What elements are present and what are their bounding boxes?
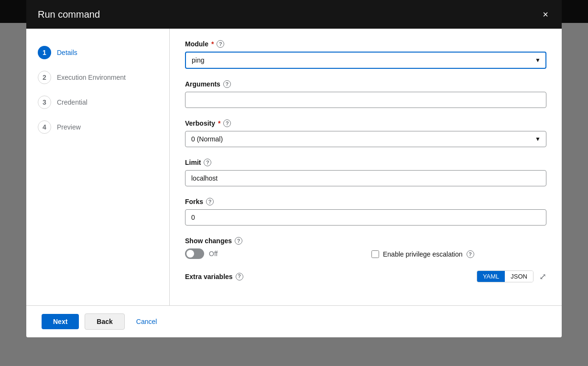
step-3-credential[interactable]: 3 Credential <box>26 90 169 115</box>
forks-field-group: Forks ? <box>185 198 546 226</box>
step-4-label: Preview <box>57 123 81 131</box>
extra-vars-help-icon[interactable]: ? <box>236 273 243 280</box>
step-1-details[interactable]: 1 Details <box>26 40 169 65</box>
main-form-content: Module * ? ping command shell ▼ Argument… <box>170 29 562 305</box>
show-changes-group: Show changes ? Off <box>185 237 360 259</box>
limit-input[interactable] <box>185 170 546 186</box>
module-label: Module * ? <box>185 40 546 48</box>
arguments-input[interactable] <box>185 92 546 108</box>
modal-close-button[interactable]: × <box>541 8 550 21</box>
enable-privilege-checkbox[interactable] <box>371 250 379 258</box>
next-button[interactable]: Next <box>42 314 79 329</box>
enable-privilege-help-icon[interactable]: ? <box>467 250 474 258</box>
verbosity-required-star: * <box>218 119 220 127</box>
extra-vars-label: Extra variables ? <box>185 273 243 280</box>
expand-extra-vars-icon[interactable]: ⤢ <box>539 271 546 282</box>
enable-privilege-label: Enable privilege escalation <box>383 250 463 258</box>
step-2-execution-env[interactable]: 2 Execution Environment <box>26 65 169 90</box>
verbosity-select-wrapper: 0 (Normal) 1 (Verbose) 2 (More Verbose) … <box>185 131 546 147</box>
module-select[interactable]: ping command shell <box>185 52 546 69</box>
verbosity-field-group: Verbosity * ? 0 (Normal) 1 (Verbose) 2 (… <box>185 119 546 147</box>
extra-vars-tab-group: YAML JSON <box>477 270 534 282</box>
limit-help-icon[interactable]: ? <box>204 159 211 166</box>
cancel-button[interactable]: Cancel <box>131 314 163 329</box>
module-select-wrapper: ping command shell ▼ <box>185 52 546 69</box>
extra-vars-controls: YAML JSON ⤢ <box>477 270 546 282</box>
modal-header: Run command × <box>26 0 562 29</box>
step-1-label: Details <box>57 49 77 56</box>
run-command-modal: Run command × 1 Details 2 Execution Envi… <box>26 0 562 337</box>
show-changes-help-icon[interactable]: ? <box>235 237 242 245</box>
forks-input[interactable] <box>185 209 546 226</box>
limit-field-group: Limit ? <box>185 159 546 186</box>
show-changes-off-label: Off <box>209 250 218 258</box>
modal-title: Run command <box>38 9 100 20</box>
verbosity-label: Verbosity * ? <box>185 119 546 127</box>
tab-yaml-button[interactable]: YAML <box>477 271 505 282</box>
enable-privilege-checkbox-wrapper: Enable privilege escalation ? <box>371 250 546 258</box>
arguments-help-icon[interactable]: ? <box>223 80 231 88</box>
tab-json-button[interactable]: JSON <box>505 271 533 282</box>
back-button[interactable]: Back <box>85 313 124 330</box>
arguments-label: Arguments ? <box>185 80 546 88</box>
show-changes-toggle[interactable] <box>185 248 204 259</box>
module-field-group: Module * ? ping command shell ▼ <box>185 40 546 69</box>
step-1-number: 1 <box>38 46 51 59</box>
toggle-knob <box>186 250 194 258</box>
limit-label: Limit ? <box>185 159 546 166</box>
extra-vars-group: Extra variables ? YAML JSON ⤢ <box>185 270 546 282</box>
show-changes-label: Show changes ? <box>185 237 360 245</box>
enable-privilege-group: Enable privilege escalation ? <box>371 237 546 258</box>
arguments-field-group: Arguments ? <box>185 80 546 108</box>
step-2-label: Execution Environment <box>57 74 126 81</box>
step-4-preview[interactable]: 4 Preview <box>26 115 169 140</box>
show-changes-privilege-row: Show changes ? Off Enable privil <box>185 237 546 259</box>
modal-footer: Next Back Cancel <box>26 305 562 337</box>
modal-body: 1 Details 2 Execution Environment 3 Cred… <box>26 29 562 305</box>
steps-sidebar: 1 Details 2 Execution Environment 3 Cred… <box>26 29 170 305</box>
show-changes-toggle-wrapper: Off <box>185 248 360 259</box>
step-2-number: 2 <box>38 71 51 84</box>
extra-vars-header: Extra variables ? YAML JSON ⤢ <box>185 270 546 282</box>
verbosity-help-icon[interactable]: ? <box>223 119 231 127</box>
verbosity-select[interactable]: 0 (Normal) 1 (Verbose) 2 (More Verbose) … <box>185 131 546 147</box>
forks-label: Forks ? <box>185 198 546 205</box>
forks-help-icon[interactable]: ? <box>206 198 214 205</box>
module-help-icon[interactable]: ? <box>217 40 224 48</box>
step-4-number: 4 <box>38 120 51 134</box>
module-required-star: * <box>211 40 214 48</box>
step-3-label: Credential <box>57 98 87 106</box>
step-3-number: 3 <box>38 96 51 109</box>
